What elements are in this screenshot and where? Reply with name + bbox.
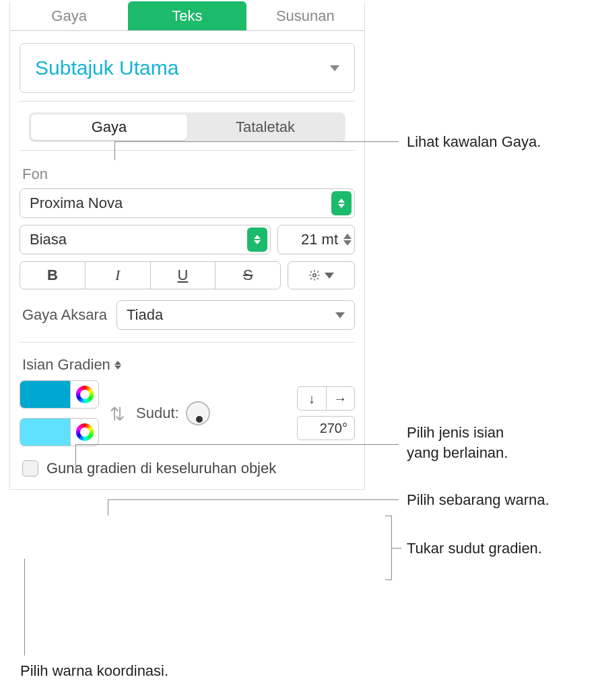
callout-lead: [24, 559, 25, 656]
font-family-value: Proxima Nova: [30, 195, 123, 212]
tab-arrange[interactable]: Susunan: [246, 1, 364, 30]
apply-gradient-whole-object-checkbox[interactable]: [22, 460, 38, 477]
font-section-label: Fon: [22, 166, 352, 183]
angle-value: 270°: [320, 421, 347, 436]
callout-style-controls: Lihat kawalan Gaya.: [407, 132, 541, 152]
color-picker-button[interactable]: [70, 419, 98, 446]
angle-field[interactable]: 270°: [297, 416, 355, 440]
callout-lead: [108, 499, 108, 516]
callout-bracket: [385, 516, 392, 580]
callout-lead: [75, 444, 76, 471]
select-stepper-icon: [247, 228, 267, 252]
bold-button[interactable]: B: [20, 262, 86, 289]
direction-right-button[interactable]: →: [327, 387, 355, 410]
font-size-value: 21 mt: [301, 231, 338, 248]
gear-icon: [308, 269, 321, 281]
svg-point-0: [313, 274, 317, 277]
chevron-down-icon: [335, 312, 345, 318]
double-chevron-icon: [114, 361, 121, 370]
gradient-color-1[interactable]: [20, 380, 99, 409]
direction-down-button[interactable]: ↓: [298, 387, 327, 410]
gradient-stops: [20, 380, 99, 446]
gradient-color-2[interactable]: [20, 418, 99, 446]
tab-text[interactable]: Teks: [128, 1, 246, 30]
color-wheel-icon: [76, 423, 94, 441]
callout-lead: [114, 141, 115, 160]
text-inspector: Gaya Teks Susunan Subtajuk Utama Gaya Ta…: [9, 1, 365, 490]
divider: [20, 101, 355, 102]
callout-lead: [114, 141, 399, 142]
italic-button[interactable]: I: [86, 262, 151, 289]
font-family-select[interactable]: Proxima Nova: [20, 188, 355, 218]
chevron-down-icon: [325, 273, 334, 279]
tab-style[interactable]: Gaya: [10, 1, 128, 30]
strikethrough-button[interactable]: S: [215, 262, 280, 289]
char-style-value: Tiada: [127, 306, 163, 324]
divider: [20, 150, 355, 151]
advanced-options-button[interactable]: [288, 261, 355, 289]
angle-label: Sudut:: [136, 405, 179, 422]
fill-type-select[interactable]: Isian Gradien: [22, 356, 352, 374]
color-wheel-icon: [76, 386, 94, 403]
color-swatch[interactable]: [20, 419, 70, 446]
underline-button[interactable]: U: [151, 262, 216, 289]
callout-lead: [108, 499, 399, 500]
callout-angle: Tukar sudut gradien.: [407, 538, 542, 559]
callout-any-color: Pilih sebarang warna.: [407, 490, 550, 510]
char-style-label: Gaya Aksara: [22, 306, 107, 324]
paragraph-style-dropdown[interactable]: Subtajuk Utama: [20, 43, 355, 93]
char-style-select[interactable]: Tiada: [117, 300, 355, 330]
swap-colors-button[interactable]: ⇄: [106, 406, 129, 421]
paragraph-style-name: Subtajuk Utama: [35, 57, 178, 79]
fill-type-label: Isian Gradien: [22, 356, 110, 374]
segment-style[interactable]: Gaya: [31, 114, 187, 140]
font-size-field[interactable]: 21 mt: [277, 225, 355, 254]
text-style-buttons: B I U S: [20, 261, 281, 289]
callout-lead: [392, 548, 401, 549]
segment-layout[interactable]: Tataletak: [187, 114, 343, 140]
inspector-tabs: Gaya Teks Susunan: [10, 1, 364, 31]
color-swatch[interactable]: [20, 381, 70, 408]
select-stepper-icon: [331, 191, 352, 215]
angle-dial[interactable]: [186, 401, 210, 425]
callout-coord-color: Pilih warna koordinasi.: [20, 661, 168, 681]
font-weight-select[interactable]: Biasa: [20, 225, 271, 254]
divider: [20, 342, 355, 343]
gradient-direction-toggle: ↓ →: [297, 386, 355, 411]
callout-fill-type: Pilih jenis isian yang berlainan.: [407, 423, 508, 462]
callout-lead: [75, 444, 399, 445]
apply-gradient-label: Guna gradien di keseluruhan objek: [46, 460, 276, 477]
font-weight-value: Biasa: [30, 231, 67, 248]
style-layout-segmented: Gaya Tataletak: [29, 112, 345, 142]
font-size-stepper[interactable]: [343, 234, 352, 246]
color-picker-button[interactable]: [70, 381, 98, 408]
chevron-down-icon: [330, 65, 339, 71]
